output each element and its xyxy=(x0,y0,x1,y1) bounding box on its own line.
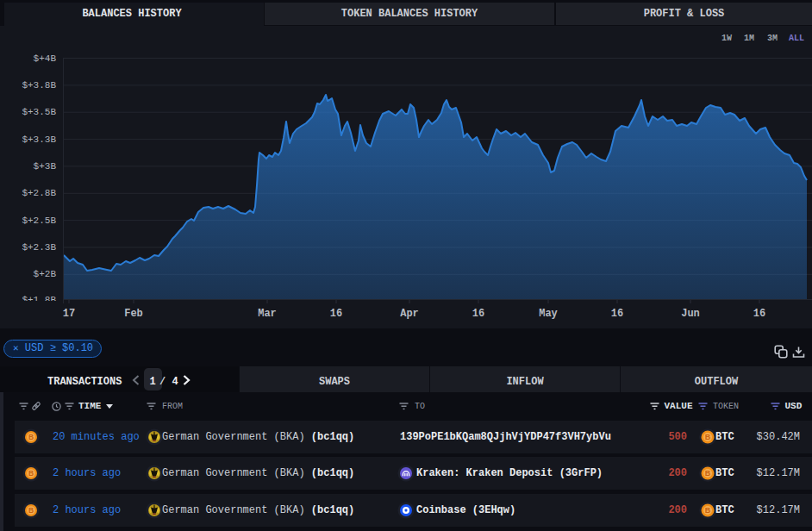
svg-text:B: B xyxy=(704,433,710,441)
svg-text:B: B xyxy=(28,433,34,441)
svg-text:B: B xyxy=(704,469,710,478)
svg-text:B: B xyxy=(28,469,34,478)
svg-text:B: B xyxy=(28,506,34,515)
svg-text:B: B xyxy=(704,506,710,515)
